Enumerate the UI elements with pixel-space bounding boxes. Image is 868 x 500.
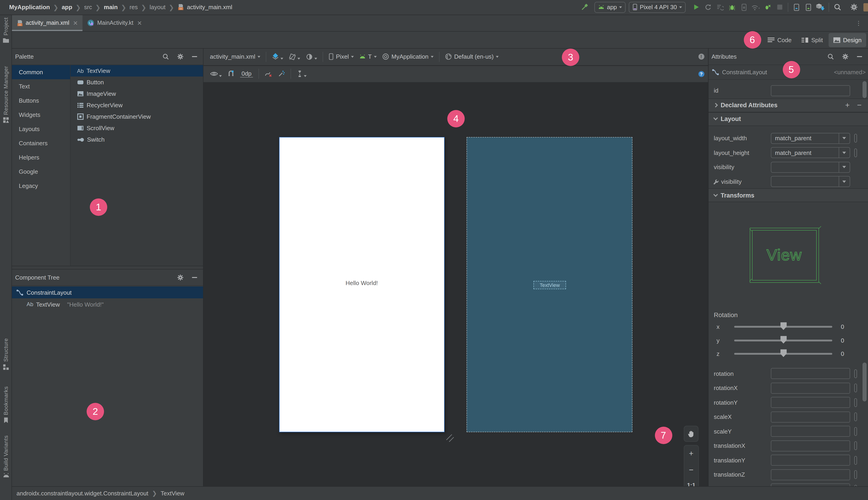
rotationy-input[interactable] <box>771 397 850 408</box>
tree-item-textview[interactable]: Ab TextView "Hello World!" <box>12 298 203 310</box>
section-layout[interactable]: Layout <box>708 112 868 126</box>
build-hammer-icon[interactable] <box>579 1 591 13</box>
tools-attribute-toggle[interactable] <box>854 370 857 378</box>
breadcrumb-project[interactable]: MyApplication <box>9 4 50 11</box>
file-select[interactable]: activity_main.xml <box>207 53 263 60</box>
blueprint-textview[interactable]: TextView <box>534 281 566 289</box>
help-icon[interactable]: ? <box>698 71 704 77</box>
search-icon[interactable] <box>827 53 834 60</box>
scrollbar-thumb[interactable] <box>863 363 867 401</box>
blueprint-view-phone[interactable]: TextView <box>467 137 632 432</box>
palette-category-containers[interactable]: Containers <box>12 136 70 150</box>
close-icon[interactable]: ✕ <box>137 20 142 26</box>
view-options-select[interactable] <box>207 71 225 77</box>
infer-constraints-icon[interactable] <box>275 70 288 78</box>
autoconnect-icon[interactable] <box>225 70 237 78</box>
api-level-select[interactable]: T <box>356 53 379 60</box>
visibility-select[interactable] <box>771 162 850 173</box>
tab-design[interactable]: Design <box>829 33 866 47</box>
tab-code[interactable]: Code <box>763 33 796 47</box>
status-selected[interactable]: TextView <box>161 490 184 497</box>
debug-icon[interactable] <box>726 1 738 13</box>
palette-item-fragmentcontainerview[interactable]: FragmentContainerView <box>70 111 203 122</box>
tools-attribute-toggle[interactable] <box>854 470 857 479</box>
avatar[interactable] <box>864 3 868 11</box>
alpha-input[interactable] <box>771 484 850 487</box>
design-canvas[interactable]: Hello World! TextView + − 1:1 <box>204 82 708 486</box>
clear-constraints-icon[interactable] <box>261 70 275 78</box>
tools-attribute-toggle[interactable] <box>854 413 857 421</box>
guidelines-icon[interactable] <box>294 70 309 78</box>
gear-icon[interactable] <box>842 53 849 60</box>
palette-category-common[interactable]: Common <box>12 65 70 79</box>
remove-attribute-button[interactable]: − <box>857 101 861 110</box>
gear-icon[interactable] <box>177 274 184 281</box>
palette-item-recyclerview[interactable]: RecyclerView <box>70 100 203 111</box>
palette-item-textview[interactable]: Ab TextView <box>70 65 203 77</box>
device-manager-icon[interactable] <box>790 1 802 13</box>
orientation-select[interactable] <box>286 53 303 60</box>
hello-world-text[interactable]: Hello World! <box>279 279 444 286</box>
slider-thumb[interactable] <box>780 322 787 330</box>
tree-item-constraintlayout[interactable]: ConstraintLayout <box>12 286 203 298</box>
search-everywhere-icon[interactable] <box>831 1 843 13</box>
palette-item-button[interactable]: Button <box>70 77 203 88</box>
sidebar-item-resource-manager[interactable]: Resource Manager <box>0 66 12 124</box>
tools-attribute-toggle[interactable] <box>854 442 857 450</box>
id-input[interactable] <box>771 85 850 96</box>
palette-category-google[interactable]: Google <box>12 164 70 179</box>
breadcrumb-res[interactable]: res <box>129 4 138 11</box>
sidebar-item-project[interactable]: Project <box>0 17 12 43</box>
tools-attribute-toggle[interactable] <box>854 427 857 436</box>
breadcrumb-src[interactable]: src <box>84 4 92 11</box>
layout-height-select[interactable]: match_parent <box>771 147 850 158</box>
translationx-input[interactable] <box>771 441 850 452</box>
design-view-phone[interactable]: Hello World! <box>279 137 445 432</box>
breadcrumb-app[interactable]: app <box>62 4 72 11</box>
locale-select[interactable]: Default (en-us) <box>442 53 501 60</box>
render-errors-icon[interactable]: ! <box>698 54 704 60</box>
tools-visibility-select[interactable] <box>771 176 850 187</box>
gear-icon[interactable] <box>177 53 184 60</box>
pan-button[interactable] <box>684 425 698 442</box>
run-button[interactable] <box>690 1 702 13</box>
palette-category-buttons[interactable]: Buttons <box>12 93 70 108</box>
sidebar-item-bookmarks[interactable]: Bookmarks <box>0 386 12 423</box>
device-select[interactable]: Pixel 4 API 30 <box>629 2 686 13</box>
status-class-path[interactable]: androidx.constraintlayout.widget.Constra… <box>16 490 148 497</box>
section-declared-attributes[interactable]: Declared Attributes +− <box>708 98 868 112</box>
device-type-select[interactable]: Pixel <box>326 53 356 60</box>
breadcrumb-layout[interactable]: layout <box>150 4 165 11</box>
translationz-input[interactable] <box>771 469 850 480</box>
tab-split[interactable]: Split <box>797 33 827 47</box>
scrollbar-thumb[interactable] <box>863 81 867 98</box>
rotationx-input[interactable] <box>771 383 850 394</box>
breadcrumb-file[interactable]: activity_main.xml <box>187 4 232 11</box>
section-transforms[interactable]: Transforms <box>708 189 868 202</box>
profiler-icon[interactable] <box>702 1 714 13</box>
night-mode-select[interactable] <box>303 53 320 60</box>
zoom-out-button[interactable]: − <box>689 466 694 474</box>
layout-width-select[interactable]: match_parent <box>771 133 850 144</box>
design-surface-select[interactable] <box>269 53 286 60</box>
default-margin-select[interactable]: 0dp <box>237 70 255 78</box>
more-tabs-icon[interactable]: ⋮ <box>856 20 861 26</box>
palette-item-scrollview[interactable]: ScrollView <box>70 122 203 134</box>
tab-activity-main-xml[interactable]: <> activity_main.xml ✕ <box>12 15 82 31</box>
sidebar-item-build-variants[interactable]: Build Variants <box>0 435 12 478</box>
palette-category-text[interactable]: Text <box>12 79 70 93</box>
slider-thumb[interactable] <box>780 349 787 357</box>
palette-item-switch[interactable]: Switch <box>70 134 203 145</box>
tools-attribute-toggle[interactable] <box>854 148 857 157</box>
resize-handle[interactable] <box>445 433 456 443</box>
rotation-input[interactable] <box>771 368 850 379</box>
breadcrumb-main[interactable]: main <box>104 4 118 11</box>
panel-splitter[interactable] <box>12 266 203 269</box>
hide-icon[interactable] <box>192 274 197 280</box>
add-attribute-button[interactable]: + <box>845 101 850 110</box>
scalex-input[interactable] <box>771 411 850 422</box>
slider-thumb[interactable] <box>780 336 787 343</box>
translationy-input[interactable] <box>771 455 850 466</box>
palette-category-helpers[interactable]: Helpers <box>12 150 70 164</box>
hide-icon[interactable] <box>857 54 863 59</box>
